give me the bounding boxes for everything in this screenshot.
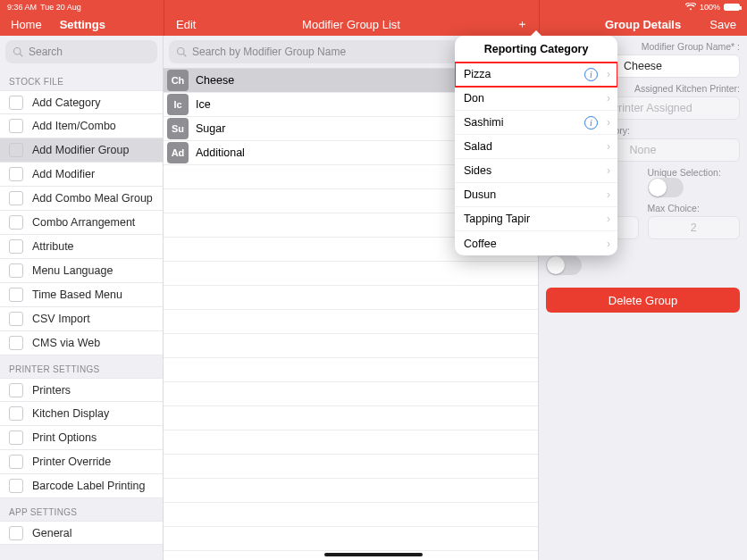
sidebar-item[interactable]: Add Modifier [0, 163, 163, 187]
sidebar-search[interactable]: Search [5, 40, 157, 63]
sidebar-item[interactable]: Add Category [0, 90, 163, 114]
sidebar-item[interactable]: Printer Override [0, 450, 163, 474]
details-title: Group Details [605, 18, 681, 31]
row-badge: Ic [167, 94, 189, 115]
popover-item-label: Tapping Tapir [464, 213, 530, 225]
sidebar-item[interactable]: CSV Import [0, 307, 163, 331]
chevron-right-icon: › [607, 164, 610, 177]
sidebar-item-label: CSV Import [32, 313, 90, 325]
sidebar-icon [9, 263, 23, 278]
sidebar-item[interactable]: Barcode Label Printing [0, 474, 163, 498]
status-date: Tue 20 Aug [40, 3, 81, 12]
sidebar-item-label: Time Based Menu [32, 288, 122, 301]
sidebar-item-label: CMS via Web [32, 337, 100, 349]
svg-line-3 [183, 54, 186, 56]
sidebar-item[interactable]: Print Options [0, 426, 163, 450]
svg-point-2 [178, 48, 185, 55]
search-icon [13, 46, 23, 57]
popover-item-label: Dusun [464, 188, 496, 201]
app-header: 9:36 AM Tue 20 Aug 100% Home Settings Ed… [0, 0, 747, 36]
sidebar-item-label: Combo Arrangement [32, 216, 135, 229]
row-label: Sugar [196, 122, 225, 135]
sidebar-item[interactable]: Attribute [0, 235, 163, 259]
sidebar-icon [9, 336, 23, 350]
chevron-right-icon: › [607, 68, 610, 80]
sidebar-item-label: General [32, 527, 71, 539]
status-time: 9:36 AM [7, 3, 37, 12]
section-stock-title: STOCK FILE [0, 68, 163, 90]
popover-item[interactable]: Pizzai› [455, 63, 617, 87]
chevron-right-icon: › [607, 116, 610, 129]
row-label: Ice [196, 98, 211, 111]
popover-item-label: Sides [464, 164, 491, 177]
sidebar-item[interactable]: Menu Language [0, 259, 163, 283]
popover-item[interactable]: Sashimii› [455, 111, 617, 135]
unique-toggle[interactable] [648, 178, 684, 197]
popover-item-label: Sashimi [464, 116, 503, 129]
max-field[interactable]: 2 [648, 216, 741, 239]
sidebar-item[interactable]: Add Combo Meal Group [0, 187, 163, 211]
sidebar-icon [9, 215, 23, 230]
add-icon[interactable]: ＋ [516, 16, 528, 32]
sidebar-item-label: Print Options [32, 431, 97, 444]
info-icon[interactable]: i [584, 68, 598, 81]
sidebar-item-label: Printer Override [32, 456, 111, 468]
popover-title: Reporting Category [455, 36, 617, 63]
sidebar-icon [9, 96, 23, 110]
sidebar-icon [9, 430, 23, 445]
sidebar-icon [9, 406, 23, 421]
sidebar-icon [9, 167, 23, 181]
popover-item[interactable]: Salad› [455, 135, 617, 159]
section-printer-title: PRINTER SETTINGS [0, 355, 163, 378]
row-badge: Ch [167, 70, 189, 91]
sidebar-item-label: Printers [32, 384, 71, 397]
chevron-right-icon: › [607, 188, 610, 201]
sidebar-icon [9, 239, 23, 254]
popover-item-label: Pizza [464, 68, 491, 80]
status-bar: 9:36 AM Tue 20 Aug 100% [0, 0, 747, 13]
mid-title: Modifier Group List [302, 18, 400, 31]
sidebar-icon [9, 312, 23, 326]
popover-item[interactable]: Coffee› [455, 231, 617, 255]
popover-arrow [529, 30, 543, 38]
popover-item-label: Salad [464, 140, 492, 153]
sidebar-item[interactable]: Kitchen Display [0, 402, 163, 426]
save-button[interactable]: Save [709, 18, 736, 31]
sidebar-item[interactable]: Combo Arrangement [0, 211, 163, 235]
sidebar-item[interactable]: CMS via Web [0, 331, 163, 355]
sidebar-item[interactable]: Time Based Menu [0, 283, 163, 307]
sidebar-item[interactable]: Add Item/Combo [0, 114, 163, 138]
sidebar-search-placeholder: Search [29, 46, 63, 58]
delete-group-button[interactable]: Delete Group [546, 288, 740, 313]
popover-item[interactable]: Dusun› [455, 183, 617, 207]
sidebar-icon [9, 383, 23, 397]
nav-home[interactable]: Home [11, 18, 42, 31]
sidebar-item-label: Barcode Label Printing [32, 480, 145, 492]
price-toggle[interactable] [546, 255, 582, 275]
section-app-title: APP SETTINGS [0, 498, 163, 521]
popover-item-label: Don [464, 92, 484, 104]
nav-edit[interactable]: Edit [176, 18, 196, 31]
sidebar-item[interactable]: Printers [0, 378, 163, 402]
sidebar-item[interactable]: Add Modifier Group [0, 138, 163, 163]
home-indicator [324, 553, 423, 556]
sidebar-item-label: Add Combo Meal Group [32, 192, 153, 205]
popover-item[interactable]: Don› [455, 87, 617, 111]
sidebar-icon [9, 479, 23, 493]
sidebar-item-label: Kitchen Display [32, 407, 109, 420]
sidebar-icon [9, 526, 23, 540]
row-label: Additional [196, 146, 245, 159]
search-icon [176, 46, 187, 57]
sidebar-icon [9, 455, 23, 469]
sidebar-item-label: Add Modifier [32, 168, 95, 180]
popover-item[interactable]: Sides› [455, 159, 617, 183]
sidebar-item[interactable]: General [0, 521, 163, 545]
row-badge: Su [167, 118, 189, 139]
chevron-right-icon: › [607, 213, 610, 225]
nav-settings[interactable]: Settings [60, 18, 105, 31]
popover-item-label: Coffee [464, 238, 497, 250]
info-icon[interactable]: i [584, 116, 598, 130]
sidebar: Search STOCK FILE Add CategoryAdd Item/C… [0, 36, 164, 560]
popover-item[interactable]: Tapping Tapir› [455, 207, 617, 231]
svg-point-0 [14, 48, 21, 55]
